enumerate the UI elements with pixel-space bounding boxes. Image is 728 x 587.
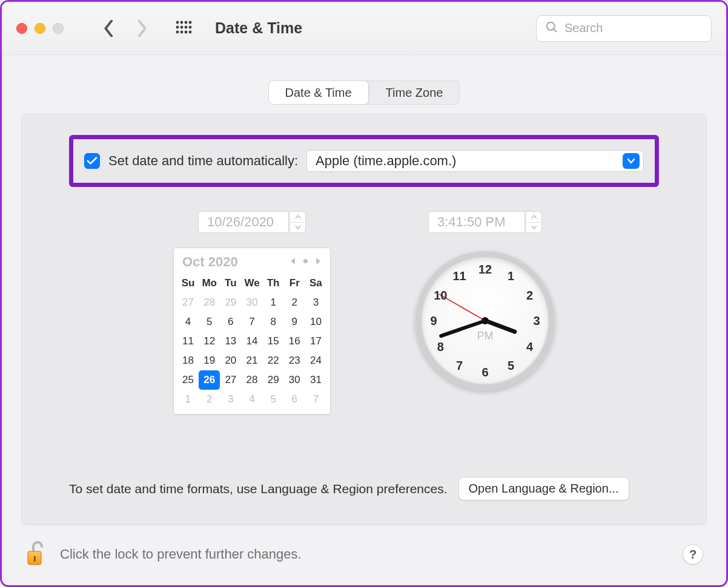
calendar-day: 25 <box>177 370 199 390</box>
calendar-day: 22 <box>263 351 284 370</box>
svg-point-14 <box>303 259 308 263</box>
tab-date-and-time[interactable]: Date & Time <box>268 80 369 105</box>
calendar-day: 17 <box>305 332 326 351</box>
calendar-day: 1 <box>263 293 284 312</box>
calendar-day: 15 <box>263 332 284 351</box>
calendar-grid: SuMoTuWeThFrSa27282930123456789101112131… <box>177 274 326 409</box>
date-step-up <box>290 212 305 223</box>
calendar-day: 24 <box>305 351 326 370</box>
time-step-up <box>526 212 541 223</box>
date-field-wrap: 10/26/2020 <box>198 211 306 233</box>
time-server-value: Apple (time.apple.com.) <box>316 153 618 169</box>
clock-number: 5 <box>504 358 518 372</box>
svg-point-9 <box>180 30 184 33</box>
preference-panel: Set date and time automatically: Apple (… <box>21 114 707 525</box>
clock-number: 7 <box>452 358 467 372</box>
time-server-dropdown-button[interactable] <box>623 153 640 169</box>
calendar-day: 2 <box>199 390 220 409</box>
window-title: Date & Time <box>215 19 302 37</box>
time-field: 3:41:50 PM <box>428 211 525 233</box>
calendar-month-label: Oct 2020 <box>182 254 238 270</box>
set-automatically-row: Set date and time automatically: Apple (… <box>69 135 659 187</box>
date-step-down <box>290 223 305 233</box>
date-field: 10/26/2020 <box>198 211 289 233</box>
calendar-day: 7 <box>241 312 262 332</box>
analog-clock-wrap: PM 121234567891011 <box>415 251 555 390</box>
clock-number: 9 <box>426 314 441 328</box>
segmented-control: Date & Time Time Zone <box>268 80 460 105</box>
open-language-region-button[interactable]: Open Language & Region... <box>458 477 629 500</box>
tab-time-zone[interactable]: Time Zone <box>369 80 460 105</box>
calendar-weekday: Th <box>263 274 284 293</box>
close-window-button[interactable] <box>16 23 27 34</box>
calendar-day: 30 <box>241 293 262 312</box>
calendar-day: 2 <box>284 293 305 312</box>
calendar-day: 13 <box>220 332 241 351</box>
calendar-day: 9 <box>284 312 305 332</box>
svg-point-4 <box>176 25 179 28</box>
svg-point-7 <box>189 25 192 28</box>
svg-line-13 <box>554 28 557 31</box>
time-column: 3:41:50 PM PM 121234567891011 <box>415 211 555 415</box>
search-icon <box>545 21 558 36</box>
set-automatically-checkbox[interactable] <box>84 153 100 169</box>
svg-point-6 <box>185 25 188 28</box>
calendar-day: 19 <box>199 351 220 370</box>
help-button[interactable]: ? <box>683 544 703 565</box>
calendar-day: 30 <box>284 370 305 390</box>
calendar-prev-icon <box>290 257 296 267</box>
unlocked-lock-icon[interactable] <box>25 539 47 569</box>
svg-point-2 <box>185 21 188 24</box>
clock-number: 10 <box>433 288 448 302</box>
svg-rect-16 <box>34 556 36 562</box>
calendar-day: 11 <box>177 332 199 351</box>
calendar: Oct 2020 SuMoTuWeThFrSa27282930123456789… <box>173 248 331 415</box>
calendar-day: 28 <box>199 293 220 312</box>
calendar-day: 23 <box>284 351 305 370</box>
date-stepper <box>290 211 306 233</box>
calendar-day: 4 <box>177 312 199 332</box>
show-all-preferences-button[interactable] <box>175 20 192 37</box>
clock-number: 12 <box>478 263 492 277</box>
date-column: 10/26/2020 Oct 2020 SuMoTuWeThFrSa272829… <box>173 211 331 415</box>
formats-hint: To set date and time formats, use Langua… <box>69 482 448 496</box>
calendar-weekday: Sa <box>305 274 326 293</box>
forward-button <box>133 16 151 41</box>
clock-number: 11 <box>452 269 467 283</box>
calendar-day: 6 <box>220 312 241 332</box>
clock-center-pin <box>481 317 489 324</box>
titlebar: Date & Time <box>2 2 726 55</box>
time-step-down <box>526 223 541 233</box>
lock-hint-text: Click the lock to prevent further change… <box>60 546 302 562</box>
calendar-today-icon <box>302 257 309 267</box>
calendar-day: 8 <box>263 312 284 332</box>
calendar-day: 4 <box>241 390 262 409</box>
calendar-day: 5 <box>199 312 220 332</box>
analog-clock: PM 121234567891011 <box>415 251 555 390</box>
calendar-day: 14 <box>241 332 262 351</box>
lock-row: Click the lock to prevent further change… <box>25 539 703 569</box>
calendar-weekday: Su <box>177 274 199 293</box>
svg-point-10 <box>185 30 188 33</box>
minimize-window-button[interactable] <box>35 23 45 34</box>
calendar-day: 26 <box>199 370 220 390</box>
calendar-day: 12 <box>199 332 220 351</box>
search-field-wrap[interactable] <box>536 15 712 42</box>
search-input[interactable] <box>564 21 703 35</box>
calendar-day: 21 <box>241 351 262 370</box>
time-server-field[interactable]: Apple (time.apple.com.) <box>306 150 644 172</box>
clock-number: 8 <box>433 339 448 353</box>
calendar-day: 31 <box>305 370 326 390</box>
calendar-next-icon <box>315 257 322 267</box>
back-button[interactable] <box>100 16 118 41</box>
svg-point-11 <box>189 30 192 33</box>
clock-number: 4 <box>523 339 537 353</box>
clock-number: 2 <box>523 288 537 302</box>
tabs-row: Date & Time Time Zone <box>2 80 726 105</box>
svg-point-8 <box>176 30 179 33</box>
calendar-day: 10 <box>305 312 326 332</box>
clock-number: 1 <box>504 269 518 283</box>
calendar-day: 3 <box>220 390 241 409</box>
clock-number: 6 <box>478 366 492 379</box>
svg-point-1 <box>180 21 184 24</box>
